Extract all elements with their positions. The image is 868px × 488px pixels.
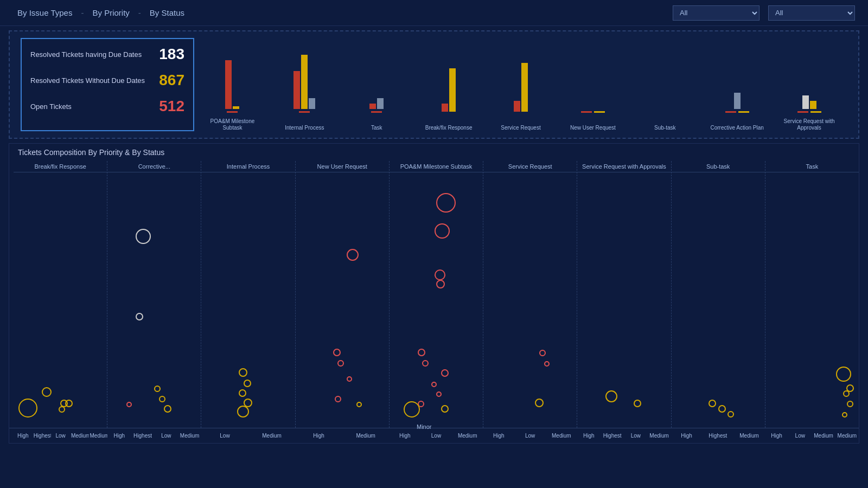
bars-servicereq-approvals xyxy=(802,95,816,109)
bar-group-breakfix: Break/fix Response xyxy=(419,68,478,131)
x-label-servicereq-approvals-medium: Medium xyxy=(648,431,671,441)
label-servicereq: Service Request xyxy=(501,116,540,131)
scatter-col-body-internal xyxy=(201,172,295,428)
scatter-col-body-corrective xyxy=(107,172,201,428)
bubble-internal-1 xyxy=(239,368,247,377)
bar-servicereq-gold xyxy=(521,63,528,112)
select-issue-type[interactable]: All xyxy=(673,5,760,21)
bubble-subtask-1 xyxy=(709,400,716,407)
line-newuser-red xyxy=(581,111,592,113)
bubble-task-5 xyxy=(842,412,847,418)
bars-breakfix xyxy=(442,68,456,112)
scatter-col-servicereq: Service Request xyxy=(483,161,577,428)
x-label-breakfix-highest: Highest xyxy=(33,431,52,441)
x-axis-subtask: High Highest Medium xyxy=(671,428,765,443)
label-poam: POA&M MilestoneSubtask xyxy=(210,116,255,131)
kpi-row-resolved-with-due: Resolved Tickets having Due Dates 183 xyxy=(30,46,184,63)
x-axis-breakfix: High Highest Low Medium Medium xyxy=(14,428,107,443)
bubble-breakfix-1 xyxy=(42,387,52,397)
nav-item-priority[interactable]: By Priority xyxy=(88,6,133,20)
bubble-corrective-3 xyxy=(154,386,161,392)
x-axis-internal: Low Medium xyxy=(201,428,295,443)
label-internal: Internal Process xyxy=(285,116,324,131)
x-label-internal-low: Low xyxy=(201,431,248,441)
bubble-subtask-2 xyxy=(718,405,726,413)
line-internal-red xyxy=(299,111,310,113)
bar-group-internal: Internal Process xyxy=(275,55,334,131)
x-label-newuser-high: High xyxy=(295,431,342,441)
x-axis-servicereq-approvals: High Highest Low Medium xyxy=(577,428,671,443)
summary-section: Resolved Tickets having Due Dates 183 Re… xyxy=(9,30,859,139)
kpi-value-open: 512 xyxy=(159,98,184,115)
nav-separator-2: - xyxy=(138,8,141,17)
bubble-poam-5 xyxy=(418,349,425,356)
x-label-servicereq-medium: Medium xyxy=(546,431,577,441)
scatter-col-body-task xyxy=(765,172,859,428)
bars-subtask xyxy=(662,111,668,112)
x-label-task-medium1: Medium xyxy=(812,431,835,441)
x-label-corrective-medium: Medium xyxy=(178,431,201,441)
x-label-poam-high: High xyxy=(389,431,420,441)
x-label-servicereq-low: Low xyxy=(514,431,546,441)
bubble-poam-4 xyxy=(436,280,445,288)
bar-task-red xyxy=(369,104,376,109)
scatter-section: Tickets Composition By Priority & By Sta… xyxy=(9,143,859,444)
bubble-servicereq-approvals-2 xyxy=(634,400,641,407)
kpi-panel: Resolved Tickets having Due Dates 183 Re… xyxy=(21,38,194,131)
kpi-row-resolved-without-due: Resolved Tickets Without Due Dates 867 xyxy=(30,72,184,89)
top-nav: By Issue Types - By Priority - By Status… xyxy=(0,0,868,26)
x-label-internal-medium: Medium xyxy=(248,431,296,441)
scatter-col-header-poam: POA&M Milestone Subtask xyxy=(390,161,483,172)
scatter-col-corrective: Corrective... xyxy=(107,161,201,428)
kpi-label-open: Open Tickets xyxy=(30,102,72,111)
scatter-title: Tickets Composition By Priority & By Sta… xyxy=(9,144,859,161)
bubble-newuser-5 xyxy=(335,396,341,402)
x-label-task-high: High xyxy=(765,431,788,441)
select-year[interactable]: All xyxy=(768,5,855,21)
x-label-breakfix-high: High xyxy=(14,431,33,441)
bar-poam-red xyxy=(225,60,232,109)
x-label-task-medium2: Medium xyxy=(835,431,859,441)
bars-internal xyxy=(293,55,315,109)
bar-servicereq-red xyxy=(514,101,520,112)
bubble-corrective-1 xyxy=(136,229,151,244)
scatter-col-task: Task xyxy=(765,161,859,428)
nav-item-status[interactable]: By Status xyxy=(145,6,189,20)
kpi-label-resolved-without-due: Resolved Tickets Without Due Dates xyxy=(30,76,145,85)
scatter-col-header-breakfix: Break/fix Response xyxy=(14,161,107,172)
scatter-col-header-newuser: New User Request xyxy=(296,161,389,172)
bar-breakfix-red xyxy=(442,104,448,112)
scatter-col-newuser: New User Request xyxy=(296,161,390,428)
scatter-columns: Break/fix Response Corrective... xyxy=(14,161,859,428)
scatter-col-body-newuser xyxy=(296,172,389,428)
nav-item-issue-types[interactable]: By Issue Types xyxy=(13,6,76,20)
x-label-subtask-medium: Medium xyxy=(733,431,765,441)
line-newuser-gold xyxy=(594,111,605,113)
bubble-servicereq-approvals-1 xyxy=(605,390,617,402)
bar-corrective-gray xyxy=(734,93,741,109)
scatter-col-body-servicereq xyxy=(483,172,577,428)
bars-poam xyxy=(225,60,239,109)
scatter-col-body-poam xyxy=(390,172,483,428)
x-label-corrective-low: Low xyxy=(155,431,178,441)
bubble-poam-7 xyxy=(441,369,449,377)
scatter-col-header-corrective: Corrective... xyxy=(107,161,201,172)
bars-task xyxy=(369,98,384,109)
x-axis-poam: High Low Medium xyxy=(389,428,483,443)
x-label-poam-low: Low xyxy=(420,431,452,441)
x-label-minor: Minor xyxy=(417,423,432,430)
scatter-col-body-servicereq-approvals xyxy=(577,172,671,428)
bar-subtask-empty xyxy=(662,111,668,112)
scatter-col-header-servicereq-approvals: Service Request with Approvals xyxy=(577,161,671,172)
bar-servicereq-approvals-white xyxy=(802,95,809,109)
bubble-subtask-3 xyxy=(727,411,734,418)
bubble-poam-1 xyxy=(436,193,456,213)
kpi-row-open: Open Tickets 512 xyxy=(30,98,184,115)
x-label-servicereq-approvals-high: High xyxy=(577,431,601,441)
x-axis-newuser: High Medium xyxy=(295,428,389,443)
label-servicereq-approvals: Service Request with Approvals xyxy=(780,116,839,131)
bar-group-poam: POA&M MilestoneSubtask xyxy=(203,60,262,131)
label-newuser: New User Request xyxy=(570,116,616,131)
line-corrective-red xyxy=(725,111,736,113)
bubble-corrective-4 xyxy=(159,396,165,402)
